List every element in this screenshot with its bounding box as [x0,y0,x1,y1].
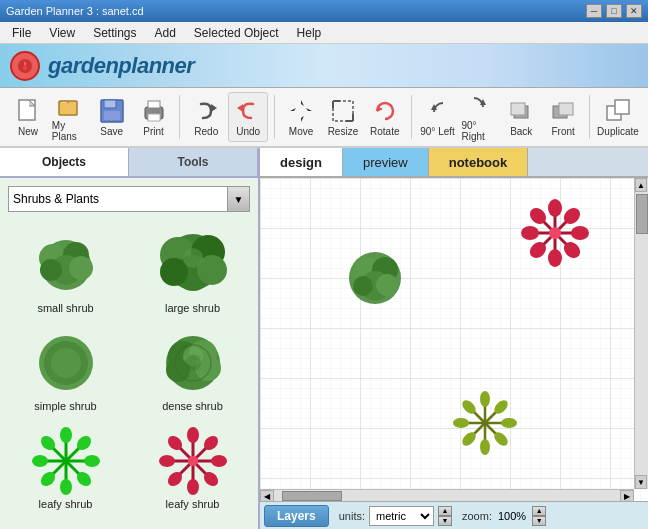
tab-notebook[interactable]: notebook [429,148,529,176]
menu-file[interactable]: File [4,24,39,42]
menu-help[interactable]: Help [289,24,330,42]
svg-rect-25 [511,103,525,115]
plant-leafy-shrub-green[interactable]: leafy shrub [4,420,127,514]
category-dropdown: Shrubs & Plants Trees Flowers Vegetables… [8,186,250,212]
front-button[interactable]: Front [543,92,583,142]
logo-icon [10,51,40,81]
myplans-button[interactable]: My Plans [50,92,90,142]
tab-objects[interactable]: Objects [0,148,129,176]
menu-add[interactable]: Add [147,24,184,42]
resize-button[interactable]: Resize [323,92,363,142]
menu-selected-object[interactable]: Selected Object [186,24,287,42]
svg-point-95 [521,226,539,240]
units-label: units: [339,510,365,522]
tab-tools[interactable]: Tools [129,148,258,176]
move-icon [287,97,315,125]
rotate-button[interactable]: Rotate [365,92,405,142]
leafy-shrub-red-icon [158,426,228,496]
svg-rect-8 [148,101,160,108]
plant-simple-shrub[interactable]: simple shrub [4,322,127,416]
maximize-button[interactable]: □ [606,4,622,18]
scroll-up-button[interactable]: ▲ [635,178,647,192]
dropdown-arrow-icon[interactable]: ▼ [228,186,250,212]
front-label: Front [551,126,574,137]
scroll-thumb-h[interactable] [282,491,342,501]
svg-point-107 [480,439,490,455]
design-canvas[interactable] [260,178,648,501]
duplicate-button[interactable]: Duplicate [596,92,640,142]
large-shrub-icon [158,230,228,300]
units-select[interactable]: metric imperial [369,506,434,526]
new-button[interactable]: New [8,92,48,142]
plant-dense-shrub[interactable]: dense shrub [131,322,254,416]
layers-button[interactable]: Layers [264,505,329,527]
units-up-button[interactable]: ▲ [438,506,452,516]
simple-shrub-icon [31,328,101,398]
back-button[interactable]: Back [501,92,541,142]
svg-point-60 [84,455,100,467]
zoom-up-button[interactable]: ▲ [532,506,546,516]
tab-design[interactable]: design [260,148,343,176]
separator-1 [179,95,180,139]
canvas-scrollbar-v[interactable]: ▲ ▼ [634,178,648,489]
svg-rect-3 [59,101,77,115]
print-button[interactable]: Print [134,92,174,142]
myplans-icon [56,93,84,119]
svg-marker-21 [377,106,383,112]
svg-point-73 [187,479,199,495]
zoom-value: 100% [498,510,526,522]
canvas-plant-1[interactable] [349,252,401,304]
new-icon [14,97,42,125]
svg-rect-81 [260,178,648,501]
leafy-shrub-green-icon [31,426,101,496]
bottom-bar: Layers units: metric imperial ▲ ▼ zoom: … [260,501,648,529]
svg-point-34 [40,259,62,281]
close-button[interactable]: ✕ [626,4,642,18]
tab-preview[interactable]: preview [343,148,429,176]
front-icon [549,97,577,125]
back-icon [507,97,535,125]
plant-small-shrub[interactable]: small shrub [4,224,127,318]
svg-marker-13 [301,112,304,122]
redo-button[interactable]: Redo [186,92,226,142]
right-panel: design preview notebook [260,148,648,529]
plant-large-shrub[interactable]: large shrub [131,224,254,318]
svg-point-94 [548,249,562,267]
zoom-down-button[interactable]: ▼ [532,516,546,526]
svg-point-100 [549,227,561,239]
save-button[interactable]: Save [92,92,132,142]
dense-shrub-label: dense shrub [162,400,223,412]
canvas-scrollbar-h[interactable]: ◀ ▶ [260,489,634,501]
rot90right-icon [465,93,493,119]
separator-2 [274,95,275,139]
save-label: Save [100,126,123,137]
rotate-icon [371,97,399,125]
svg-marker-14 [290,108,300,111]
svg-point-79 [188,456,198,466]
scroll-down-button[interactable]: ▼ [635,475,647,489]
menu-bar: File View Settings Add Selected Object H… [0,22,648,44]
svg-marker-11 [237,104,243,112]
undo-button[interactable]: Undo [228,92,268,142]
move-button[interactable]: Move [281,92,321,142]
separator-3 [411,95,412,139]
svg-point-59 [60,427,72,443]
resize-icon [329,97,357,125]
scroll-thumb-v[interactable] [636,194,648,234]
left-panel: Objects Tools Shrubs & Plants Trees Flow… [0,148,260,529]
scroll-right-button[interactable]: ▶ [620,490,634,501]
save-icon [98,97,126,125]
svg-point-106 [501,418,517,428]
scroll-left-button[interactable]: ◀ [260,490,274,501]
rot90right-label: 90° Right [461,120,497,142]
minimize-button[interactable]: ─ [586,4,602,18]
plant-grid: small shrub large shrub [0,220,258,529]
menu-view[interactable]: View [41,24,83,42]
rot90right-button[interactable]: 90° Right [459,92,499,142]
rot90left-button[interactable]: 90° Left [418,92,458,142]
canvas-area[interactable]: ▲ ▼ ◀ ▶ [260,178,648,501]
plant-leafy-shrub-red[interactable]: leafy shrub [131,420,254,514]
menu-settings[interactable]: Settings [85,24,144,42]
category-select[interactable]: Shrubs & Plants Trees Flowers Vegetables [8,186,228,212]
units-down-button[interactable]: ▼ [438,516,452,526]
